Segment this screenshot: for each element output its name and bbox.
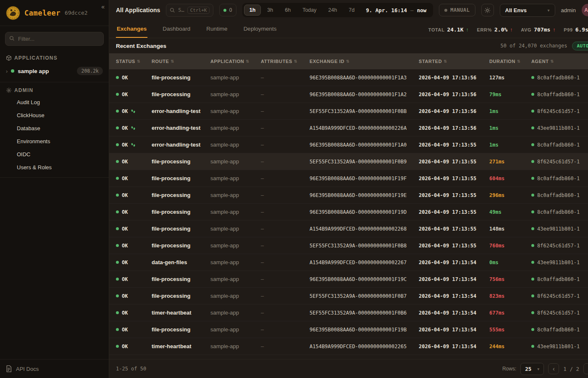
column-header-agent[interactable]: AGENT⇅ [531, 59, 588, 64]
duration-cell: 1ms [489, 108, 531, 114]
applications-section-label: APPLICATIONS [0, 50, 109, 63]
duration-cell: 677ms [489, 310, 531, 316]
table-row[interactable]: OK file-processing sample-app – 96E395B0… [109, 204, 588, 220]
table-row[interactable]: OK error-handling-test sample-app – 96E3… [109, 136, 588, 153]
column-header-application[interactable]: APPLICATION⇅ [210, 59, 261, 64]
agent-cell: 8c0affadb860-1 [531, 75, 588, 81]
started-cell: 2026-04-09 17:13:55 [419, 159, 489, 165]
sort-icon[interactable]: ⇅ [551, 59, 554, 63]
sort-icon[interactable]: ⇅ [246, 59, 249, 63]
table-row[interactable]: OK error-handling-test sample-app – 5EF5… [109, 103, 588, 120]
table-row[interactable]: OK file-processing sample-app – 5EF55FC3… [109, 288, 588, 304]
table-row[interactable]: OK timer-heartbeat sample-app – 5EF55FC3… [109, 304, 588, 321]
global-search[interactable]: S… Ctrl+K [166, 4, 213, 17]
application-cell: sample-app [210, 343, 261, 349]
table-row[interactable]: OK file-processing sample-app – 96E395B0… [109, 170, 588, 187]
main-content: All Applications S… Ctrl+K O 1h3h6hToday… [109, 0, 588, 378]
column-header-route[interactable]: ROUTE⇅ [152, 59, 210, 64]
status-label: OK [122, 75, 128, 81]
table-row[interactable]: OK file-processing sample-app – 96E395B0… [109, 86, 588, 103]
status-label: OK [122, 192, 128, 198]
route-cell: error-handling-test [152, 125, 210, 131]
agent-id: 8f6245c61d57-1 [537, 293, 580, 299]
sort-icon[interactable]: ⇅ [346, 59, 349, 63]
column-header-started[interactable]: STARTED⇅ [419, 59, 489, 64]
time-range-button-3h[interactable]: 3h [262, 5, 278, 16]
tab-dashboard[interactable]: Dashboard [162, 21, 191, 38]
avatar[interactable]: AD [582, 4, 588, 16]
table-row[interactable]: OK data-gen-files sample-app – A154B9A99… [109, 254, 588, 271]
time-range-button-7d[interactable]: 7d [343, 5, 360, 16]
agent-cell: 43ee9811b801-1 [531, 226, 588, 232]
sidebar-admin-item[interactable]: Database [0, 122, 109, 135]
started-cell: 2026-04-09 17:13:56 [419, 125, 489, 131]
time-range-display[interactable]: 9. Apr. 16:14 – now [361, 7, 431, 13]
sort-icon[interactable]: ⇅ [137, 59, 140, 63]
tab-runtime[interactable]: Runtime [205, 21, 228, 38]
duration-cell: 604ms [489, 176, 531, 181]
application-cell: sample-app [210, 91, 261, 97]
manual-refresh-button[interactable]: MANUAL [439, 4, 475, 16]
rows-per-page-select[interactable]: 25 ▾ [520, 363, 544, 375]
agent-status-dot [531, 76, 534, 79]
sort-icon[interactable]: ⇅ [444, 59, 447, 63]
time-range-button-1h[interactable]: 1h [244, 5, 261, 16]
column-header-status[interactable]: STATUS⇅ [116, 59, 152, 64]
status-ok-dot [116, 143, 119, 146]
table-row[interactable]: OK error-handling-test sample-app – A154… [109, 120, 588, 136]
sidebar-admin-item[interactable]: ClickHouse [0, 109, 109, 122]
table-row[interactable]: OK timer-heartbeat sample-app – A154B9A9… [109, 338, 588, 355]
table-row[interactable]: OK file-processing sample-app – 96E395B0… [109, 187, 588, 204]
time-range-button-today[interactable]: Today [297, 5, 322, 16]
tab-exchanges[interactable]: Exchanges [116, 21, 147, 38]
table-row[interactable]: OK file-processing sample-app – 5EF55FC3… [109, 237, 588, 254]
agent-id: 43ee9811b801-1 [537, 226, 580, 232]
duration-cell: 271ms [489, 159, 531, 165]
table-row[interactable]: OK file-processing sample-app – 96E395B0… [109, 271, 588, 288]
table-row[interactable]: OK file-processing sample-app – 96E395B0… [109, 321, 588, 338]
table-row[interactable]: OK file-processing sample-app – 96E395B0… [109, 69, 588, 86]
theme-toggle-button[interactable] [481, 4, 494, 16]
status-label: OK [122, 125, 128, 131]
cameleer-logo-icon [6, 6, 20, 20]
time-range-button-6h[interactable]: 6h [279, 5, 296, 16]
tab-deployments[interactable]: Deployments [243, 21, 278, 38]
status-cell: OK [116, 176, 152, 181]
attributes-cell: – [261, 209, 310, 215]
sidebar-admin-item[interactable]: OIDC [0, 148, 109, 161]
column-header-exchange-id[interactable]: EXCHANGE ID⇅ [310, 59, 419, 64]
prev-page-button[interactable]: ‹ [548, 363, 559, 374]
time-range-button-24h[interactable]: 24h [323, 5, 342, 16]
sidebar-admin-item[interactable]: Users & Roles [0, 161, 109, 174]
application-cell: sample-app [210, 175, 261, 181]
chevron-right-icon[interactable]: › [6, 68, 8, 74]
sort-icon[interactable]: ⇅ [517, 59, 520, 63]
status-ok-dot [116, 227, 119, 230]
column-header-duration[interactable]: DURATION⇅ [489, 59, 531, 64]
table-row[interactable]: OK file-processing sample-app – A154B9A9… [109, 220, 588, 237]
stat-p99: P996.9s↑ [564, 26, 588, 33]
manual-dot-icon [444, 9, 447, 12]
table-row[interactable]: OK file-processing sample-app – 5EF55FC3… [109, 153, 588, 170]
started-cell: 2026-04-09 17:13:55 [419, 192, 489, 198]
sidebar-item-sample-app[interactable]: › sample app 208.2k [0, 63, 109, 79]
sort-icon[interactable]: ⇅ [171, 59, 174, 63]
environment-select[interactable]: All Envs ▾ [500, 4, 555, 17]
status-filter-button[interactable]: O [219, 4, 236, 16]
status-cell: OK [116, 75, 152, 81]
sidebar-collapse-icon[interactable]: « [101, 3, 105, 10]
next-page-button[interactable]: › [583, 363, 588, 374]
sidebar-item-api-docs[interactable]: API Docs [0, 359, 109, 378]
filter-input[interactable] [5, 32, 104, 46]
sidebar-admin-item[interactable]: Audit Log [0, 96, 109, 109]
status-cell: OK [116, 209, 152, 215]
sidebar-admin-item[interactable]: Environments [0, 135, 109, 148]
agent-cell: 8f6245c61d57-1 [531, 243, 588, 249]
sort-icon[interactable]: ⇅ [294, 59, 297, 63]
auto-refresh-badge[interactable]: AUTO [572, 42, 588, 50]
column-header-attributes[interactable]: ATTRIBUTES⇅ [261, 59, 310, 64]
tabs-bar: ExchangesDashboardRuntimeDeployments TOT… [109, 20, 588, 38]
admin-section-label: ADMIN [0, 82, 109, 96]
route-cell: file-processing [152, 91, 210, 97]
row-range-text: 1-25 of 50 [116, 366, 146, 372]
